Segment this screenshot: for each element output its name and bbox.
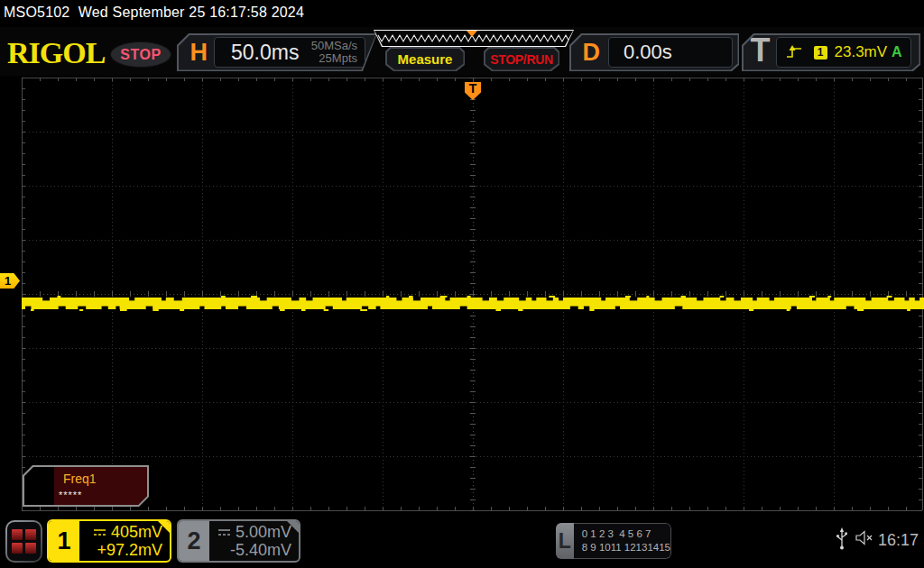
measurement-value: *****: [59, 490, 82, 500]
waveform-preview-bar[interactable]: [374, 30, 574, 47]
logic-channels-row1: 0 1 2 3 4 5 6 7: [582, 527, 670, 541]
channel-1-status[interactable]: 1 405mV +97.2mV: [47, 519, 171, 563]
channel-2-status[interactable]: 2 5.00mV -5.40mV: [177, 519, 300, 563]
menu-button[interactable]: [5, 520, 42, 563]
grid-menu-icon: [12, 529, 36, 554]
delay-icon: D: [583, 39, 601, 67]
delay-panel[interactable]: D 0.00s: [569, 33, 739, 71]
timebase-box[interactable]: 50.0ms 50MSa/s 25Mpts: [214, 37, 365, 68]
acquisition-info: 50MSa/s 25Mpts: [311, 40, 357, 65]
channel-2-badge[interactable]: 2: [179, 521, 209, 561]
logic-channel-list: 0 1 2 3 4 5 6 7 8 9 1011 12131415: [574, 523, 671, 559]
trigger-panel[interactable]: T 1 23.3mV A: [742, 33, 920, 71]
measure-button[interactable]: Measure: [385, 47, 465, 71]
channel-1-corner-accent: [158, 521, 170, 533]
timebase-value: 50.0ms: [231, 41, 299, 65]
stop-run-button-label: STOP/RUN: [490, 52, 553, 67]
oscilloscope-screen: MSO5102 Wed September 25 16:17:58 2024 R…: [0, 0, 924, 568]
horizontal-panel[interactable]: H 50.0ms 50MSa/s 25Mpts: [177, 33, 377, 71]
clock: 16:17: [878, 531, 919, 550]
waveform-display[interactable]: [0, 76, 924, 514]
delay-value: 0.00s: [624, 41, 672, 64]
logic-channels-row2: 8 9 1011 12131415: [582, 541, 670, 554]
logic-analyzer-status[interactable]: L 0 1 2 3 4 5 6 7 8 9 1011 12131415: [556, 523, 671, 559]
trigger-sweep-mode: A: [892, 44, 902, 60]
model-and-datetime: MSO5102 Wed September 25 16:17:58 2024: [4, 5, 304, 21]
rising-edge-trigger-icon: [786, 45, 802, 60]
rigol-logo: RIGOL: [7, 36, 105, 70]
acquisition-status-badge: STOP: [110, 41, 171, 68]
horizontal-icon: H: [190, 39, 208, 67]
sample-rate: 50MSa/s: [311, 40, 357, 52]
trigger-level-value: 23.3mV: [835, 43, 888, 61]
trigger-source-badge: 1: [814, 46, 827, 60]
trigger-icon: T: [751, 32, 771, 69]
memory-depth: 25Mpts: [311, 52, 357, 65]
trigger-box[interactable]: 1 23.3mV A: [776, 37, 911, 68]
channel-1-scale: 405mV: [111, 523, 162, 542]
measurement-item[interactable]: Freq1 *****: [23, 465, 149, 507]
channel-2-offset: -5.40mV: [209, 542, 291, 559]
channel-1-badge[interactable]: 1: [49, 521, 79, 561]
delay-box[interactable]: 0.00s: [608, 37, 733, 68]
measure-button-label: Measure: [398, 51, 453, 67]
measurement-name: Freq1: [63, 472, 97, 486]
usb-icon: [836, 527, 848, 551]
speaker-muted-icon: [855, 530, 875, 545]
stop-run-button[interactable]: STOP/RUN: [484, 47, 559, 71]
dc-coupling-icon: [93, 528, 106, 537]
preview-trigger-position-icon: [467, 31, 477, 37]
channel-2-scale: 5.00mV: [236, 523, 291, 542]
logic-analyzer-badge[interactable]: L: [556, 523, 574, 559]
acquisition-status-label: STOP: [120, 47, 161, 63]
channel-2-corner-accent: [287, 521, 299, 533]
channel-1-offset: +97.2mV: [79, 542, 162, 559]
dc-coupling-icon: [217, 528, 231, 537]
